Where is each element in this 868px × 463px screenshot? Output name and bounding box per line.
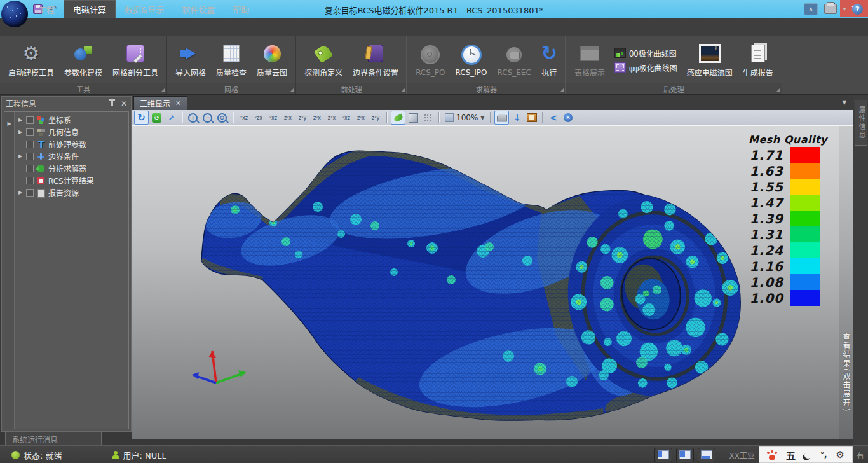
mesh-partition-tool-button[interactable]: 网格剖分工具 [108,41,163,79]
status-text: 状态: 就绪 [24,449,62,461]
report-icon [751,45,765,62]
boundary-condition-button[interactable]: 边界条件设置 [348,41,403,79]
view-orientation-2-icon[interactable]: ʸzx [252,111,266,124]
view-orientation-3-icon[interactable]: ʸxz [266,111,280,124]
tree-checkbox[interactable] [26,116,34,124]
view-orientation-8-icon[interactable]: ʸxz [339,111,353,124]
psi-polarization-curve-button[interactable]: ψψ极化曲线图 [614,62,677,73]
tree-item-前处理参数[interactable]: 前处理参数 [15,138,128,150]
system-messages-tab[interactable]: 系统运行消息 [5,432,102,445]
dialog-launcher-icon[interactable] [161,88,165,92]
clip-plane-icon[interactable] [494,111,509,125]
rotate-tool-icon[interactable] [134,111,149,125]
expand-icon[interactable]: ▶ [17,153,24,159]
view-orientation-1-icon[interactable]: ʸxz [237,111,251,124]
tabbar-dropdown-icon[interactable]: ▼ [843,100,846,106]
zoom-window-icon[interactable]: ⊕ [215,111,229,124]
view-orientation-6-icon[interactable]: zʸx [310,111,324,124]
ime-punctuation-mode[interactable]: °, [820,450,827,459]
dialog-launcher-icon[interactable] [401,88,405,92]
tree-checkbox[interactable] [26,141,34,148]
printer-icon[interactable] [824,4,837,14]
tab-close-icon[interactable]: ✕ [175,99,181,107]
quality-cloud-button[interactable]: 质量云图 [252,41,292,79]
tree-item-几何信息[interactable]: ▶几何信息 [15,126,128,138]
quality-check-button[interactable]: 质量检查 [212,41,251,79]
legend-row: 1.55 [740,179,836,195]
ime-toolbar[interactable]: 五 °, [759,446,853,463]
tree-item-坐标系[interactable]: ▶坐标系 [15,114,128,126]
panel-close-icon[interactable]: ✕ [121,99,127,108]
help-icon[interactable]: ? [852,4,863,15]
share-view-icon[interactable] [546,111,560,124]
tab-3d-display-label: 三维显示 [140,98,170,109]
render-wireframe-icon[interactable] [421,111,435,124]
launch-modeling-tool-button[interactable]: 启动建模工具 [4,41,58,79]
capture-image-icon[interactable] [525,111,538,124]
expand-icon[interactable]: ▶ [17,129,24,135]
rail-expand-icon[interactable]: ▶ [7,121,11,127]
tree-checkbox[interactable] [26,128,34,136]
view-orientation-5-icon[interactable]: zˣy [295,111,309,124]
layout-bottom-pane-button[interactable] [698,448,715,462]
tree-checkbox[interactable] [26,153,34,160]
render-smooth-icon[interactable] [391,111,405,125]
layout-two-pane-button[interactable] [676,448,694,462]
ime-fullhalf-icon[interactable] [804,450,812,459]
3d-viewport[interactable]: Mesh Quality 1.711.631.551.471.391.311.2… [132,126,839,439]
rcs-ipo-button[interactable]: RCS_IPO [451,43,492,78]
import-view-icon[interactable] [510,111,524,124]
zoom-in-icon[interactable]: + [186,111,200,124]
ime-settings-icon[interactable] [836,449,844,460]
property-info-tab[interactable]: 属性信息 [855,100,867,146]
theta-polarization-curve-button[interactable]: θθ极化曲线图 [614,48,677,59]
pan-tool-icon[interactable] [165,111,178,124]
arrow-icon [186,48,196,59]
menu-tab-电磁计算[interactable]: 电磁计算 [64,0,116,18]
tree-item-分析求解器[interactable]: 分析求解器 [15,162,128,174]
menu-tab-软件设置[interactable]: 软件设置 [173,0,224,18]
view-orientation-10-icon[interactable]: zˣy [369,111,383,124]
layout-one-pane-button[interactable] [654,448,672,462]
tree-checkbox[interactable] [26,189,34,197]
right-dock-strip: 属性信息 [853,95,868,445]
induction-current-map-button[interactable]: 感应电磁流图 [682,41,737,79]
expand-icon[interactable]: ▶ [17,117,24,123]
view-orientation-7-icon[interactable]: zˣx [325,111,339,124]
dialog-launcher-icon[interactable] [560,88,564,92]
collapse-ribbon-icon[interactable]: ∧ [804,3,818,15]
view-orientation-9-icon[interactable]: zʸx [354,111,368,124]
knob-icon [421,45,440,64]
menu-tab-帮助[interactable]: 帮助 [224,0,258,18]
run-button[interactable]: 执行 [537,41,562,79]
clock-icon [461,45,482,65]
ime-logo-icon[interactable] [767,450,777,460]
tree-item-边界条件[interactable]: ▶边界条件 [15,150,128,162]
dialog-launcher-icon[interactable] [290,88,294,92]
tree-item-报告资源[interactable]: ▶报告资源 [15,186,128,198]
view-results-tab[interactable]: 查看结果(双击展开) [839,126,853,439]
close-view-icon[interactable]: ✕ [561,111,574,124]
zoom-out-icon[interactable]: − [201,111,214,124]
tree-item-RCS计算结果[interactable]: RCS计算结果 [15,174,128,186]
pin-icon[interactable] [111,101,113,106]
tree-checkbox[interactable] [26,177,34,184]
generate-report-button[interactable]: 生成报告 [738,41,778,79]
project-info-title: 工程信息 [6,98,36,109]
import-mesh-button[interactable]: 导入网格 [171,41,210,79]
tree-checkbox[interactable] [26,165,34,172]
menu-tab-工程[interactable]: 工程 [29,0,64,18]
mesh-model[interactable] [132,126,839,439]
menu-tab-数据&显示[interactable]: 数据&显示 [116,0,173,18]
render-shaded-icon[interactable] [407,111,420,124]
orbit-tool-icon[interactable] [150,111,163,124]
view-orientation-4-icon[interactable]: zʸx [281,111,295,124]
printer-dropdown-icon[interactable]: ▾ [843,6,846,12]
probe-angle-button[interactable]: 探测角定义 [300,41,347,79]
expand-icon[interactable]: ▶ [17,190,24,195]
dialog-launcher-icon[interactable] [776,88,780,92]
ime-wubi-mode[interactable]: 五 [786,448,796,462]
zoom-level-dropdown[interactable]: 100% ▼ [445,113,484,122]
parametric-modeling-button[interactable]: 参数化建模 [60,41,107,79]
tab-3d-display[interactable]: 三维显示 ✕ [133,96,187,110]
